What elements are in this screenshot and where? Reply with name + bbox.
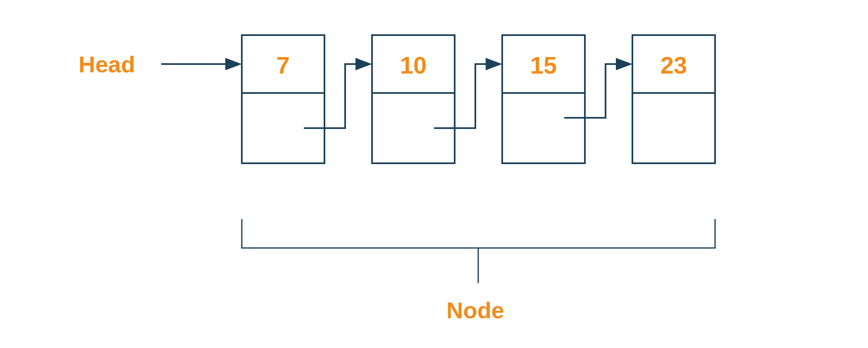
arrow-head-to-node1 — [161, 58, 242, 70]
node-bracket — [242, 219, 715, 283]
node-1: 7 — [242, 35, 324, 163]
node-4-value: 23 — [661, 52, 687, 79]
node-3: 15 — [502, 35, 585, 163]
svg-marker-1 — [225, 58, 242, 70]
svg-marker-4 — [355, 58, 372, 70]
svg-marker-7 — [486, 58, 502, 70]
linked-list-diagram: Head 7 10 15 23 — [0, 0, 868, 348]
arrow-3-to-4 — [564, 58, 632, 118]
node-3-value: 15 — [530, 52, 557, 79]
svg-rect-12 — [632, 93, 715, 163]
node-4: 23 — [632, 35, 715, 163]
head-label: Head — [79, 51, 135, 77]
node-2: 10 — [372, 35, 455, 163]
svg-rect-9 — [502, 93, 585, 163]
node-1-value: 7 — [277, 52, 290, 79]
node-2-value: 10 — [400, 52, 427, 79]
node-label: Node — [446, 297, 504, 323]
svg-marker-10 — [616, 58, 632, 70]
